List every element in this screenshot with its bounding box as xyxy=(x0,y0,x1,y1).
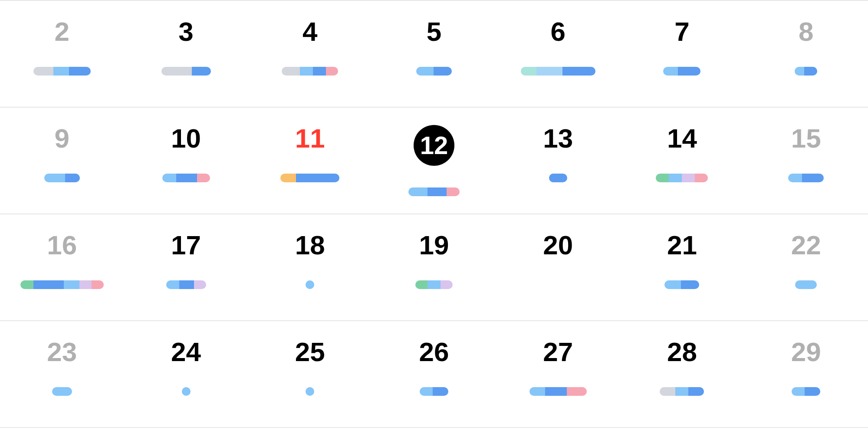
calendar-day[interactable]: 16 xyxy=(0,214,124,320)
event-segment xyxy=(682,174,695,182)
calendar-day[interactable]: 10 xyxy=(124,108,248,214)
event-segment xyxy=(420,387,433,396)
calendar-day-indicators xyxy=(795,279,817,290)
calendar-day[interactable]: 22 xyxy=(744,214,868,320)
calendar-day-indicators xyxy=(161,66,211,76)
event-segment xyxy=(179,280,194,289)
calendar-day[interactable]: 19 xyxy=(372,214,496,320)
calendar-day[interactable]: 20 xyxy=(496,214,620,320)
event-segment xyxy=(678,67,700,76)
calendar-day-indicators xyxy=(416,66,452,76)
calendar-day-indicators xyxy=(280,173,339,183)
calendar-day[interactable]: 12 xyxy=(372,108,496,214)
event-segment xyxy=(804,67,817,76)
calendar-day[interactable]: 14 xyxy=(620,108,744,214)
event-segment xyxy=(788,174,802,182)
calendar-day[interactable]: 2 xyxy=(0,1,124,107)
calendar-day-indicators xyxy=(408,187,460,197)
calendar-day-number: 16 xyxy=(47,232,77,259)
calendar-day-number: 7 xyxy=(674,18,689,45)
event-segment xyxy=(656,174,669,182)
event-segment xyxy=(695,174,708,182)
calendar-day-number: 13 xyxy=(543,125,573,152)
event-dot-icon xyxy=(306,387,314,396)
calendar-day[interactable]: 6 xyxy=(496,1,620,107)
event-segment xyxy=(795,280,817,289)
event-segment xyxy=(433,387,448,396)
calendar-day-indicators xyxy=(788,173,824,183)
calendar-day-indicators xyxy=(306,386,314,397)
calendar-day-number: 3 xyxy=(178,18,193,45)
calendar-day[interactable]: 4 xyxy=(248,1,372,107)
calendar-day-indicators xyxy=(282,66,338,76)
event-bar xyxy=(656,174,708,182)
calendar-day[interactable]: 11 xyxy=(248,108,372,214)
calendar-day[interactable]: 17 xyxy=(124,214,248,320)
event-bar xyxy=(44,174,80,182)
event-bar xyxy=(788,174,824,182)
event-bar xyxy=(416,67,452,76)
calendar-day[interactable]: 5 xyxy=(372,1,496,107)
event-segment xyxy=(802,174,824,182)
calendar-day[interactable]: 13 xyxy=(496,108,620,214)
event-segment xyxy=(280,174,296,182)
calendar-day-number: 11 xyxy=(295,125,325,152)
event-bar xyxy=(282,67,338,76)
event-segment xyxy=(434,67,452,76)
event-segment xyxy=(415,280,427,289)
calendar-day-indicators xyxy=(795,66,817,76)
event-bar xyxy=(521,67,595,76)
calendar-day[interactable]: 26 xyxy=(372,321,496,427)
event-segment xyxy=(194,280,206,289)
event-bar xyxy=(162,174,210,182)
event-segment xyxy=(536,67,562,76)
calendar-day-number: 19 xyxy=(419,232,449,259)
calendar-day-indicators xyxy=(33,66,91,76)
calendar-day[interactable]: 9 xyxy=(0,108,124,214)
calendar-day-number: 2 xyxy=(55,18,69,45)
event-segment xyxy=(549,174,567,182)
event-segment xyxy=(681,280,699,289)
event-segment xyxy=(52,387,72,396)
calendar-week: 23242526272829 xyxy=(0,321,868,428)
calendar-day-indicators xyxy=(792,386,820,397)
calendar-day[interactable]: 25 xyxy=(248,321,372,427)
calendar-day[interactable]: 21 xyxy=(620,214,744,320)
calendar-day[interactable]: 24 xyxy=(124,321,248,427)
event-segment xyxy=(313,67,326,76)
event-segment xyxy=(79,280,92,289)
calendar-day-number: 26 xyxy=(419,339,449,365)
event-segment xyxy=(300,67,313,76)
event-segment xyxy=(416,67,434,76)
calendar-day[interactable]: 29 xyxy=(744,321,868,427)
calendar-month-grid: 2345678910111213141516171819202122232425… xyxy=(0,0,868,428)
event-segment xyxy=(33,280,64,289)
event-bar xyxy=(792,387,820,396)
calendar-day-indicators xyxy=(52,386,72,397)
calendar-day[interactable]: 8 xyxy=(744,1,868,107)
calendar-day[interactable]: 3 xyxy=(124,1,248,107)
calendar-day[interactable]: 15 xyxy=(744,108,868,214)
event-segment xyxy=(166,280,179,289)
event-segment xyxy=(192,67,211,76)
event-segment xyxy=(53,67,69,76)
calendar-day-number: 25 xyxy=(295,339,325,365)
event-dot-icon xyxy=(182,387,191,396)
calendar-day-number: 10 xyxy=(171,125,201,152)
event-segment xyxy=(408,187,427,196)
event-segment xyxy=(567,387,587,396)
calendar-day-number: 6 xyxy=(550,18,565,45)
calendar-day[interactable]: 23 xyxy=(0,321,124,427)
event-segment xyxy=(521,67,536,76)
event-segment xyxy=(441,280,453,289)
event-segment xyxy=(282,67,300,76)
event-segment xyxy=(197,174,210,182)
event-segment xyxy=(176,174,197,182)
calendar-day[interactable]: 18 xyxy=(248,214,372,320)
calendar-day[interactable]: 27 xyxy=(496,321,620,427)
event-bar xyxy=(52,387,72,396)
event-bar xyxy=(280,174,339,182)
event-segment xyxy=(675,387,688,396)
calendar-day[interactable]: 7 xyxy=(620,1,744,107)
calendar-day[interactable]: 28 xyxy=(620,321,744,427)
